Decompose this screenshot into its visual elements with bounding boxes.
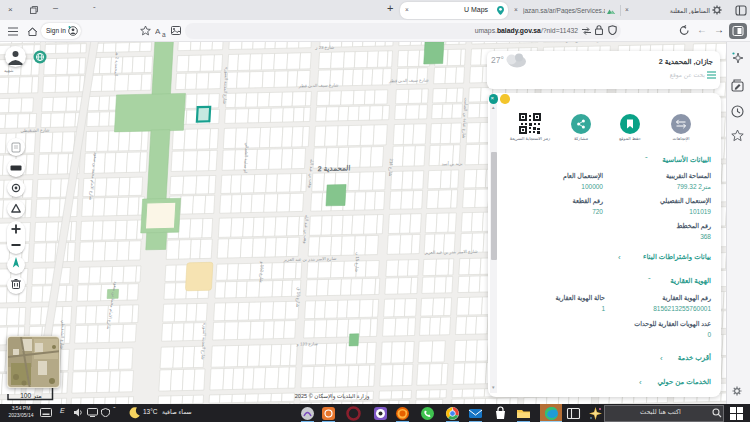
- svg-text:وزارة البلديات والإسكان © 2025: وزارة البلديات والإسكان © 2025: [295, 393, 370, 400]
- svg-text:شارع الشنقيطي: شارع الشنقيطي: [21, 127, 51, 133]
- svg-text:شارع سيف الدين قطز: شارع سيف الدين قطز: [388, 77, 429, 83]
- svg-text:شارع سيف الدين قطز: شارع سيف الدين قطز: [298, 82, 339, 88]
- svg-text:a: a: [162, 30, 166, 37]
- svg-text:شارع 133 و: شارع 133 و: [296, 341, 319, 347]
- svg-text:شارع 214: شارع 214: [388, 159, 394, 177]
- svg-text:شارع 23 ز: شارع 23 ز: [314, 45, 334, 50]
- svg-text:100 متر: 100 متر: [20, 392, 42, 400]
- svg-text:المحمدية 2: المحمدية 2: [317, 163, 350, 173]
- svg-text:A: A: [155, 27, 161, 36]
- svg-text:يزيد بن أسد: يزيد بن أسد: [442, 160, 464, 166]
